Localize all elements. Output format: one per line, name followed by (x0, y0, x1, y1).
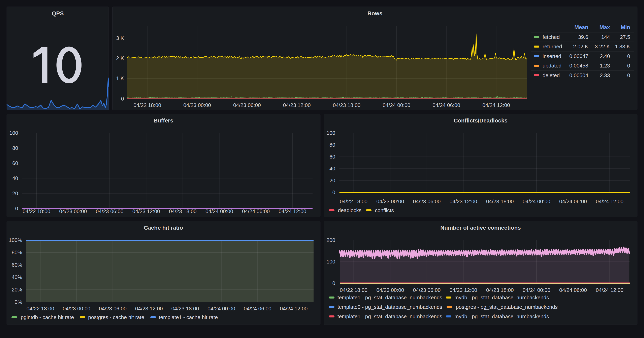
svg-text:20: 20 (12, 190, 18, 196)
svg-text:27.5: 27.5 (620, 34, 630, 40)
svg-text:mydb - pg_stat_database_numbac: mydb - pg_stat_database_numbackends (454, 313, 549, 319)
svg-text:0: 0 (121, 96, 124, 102)
svg-text:04/23 06:00: 04/23 06:00 (413, 287, 440, 293)
svg-text:04/23 12:00: 04/23 12:00 (283, 102, 310, 108)
svg-text:fetched: fetched (542, 34, 560, 40)
svg-text:0: 0 (15, 205, 18, 211)
svg-text:144: 144 (601, 34, 610, 40)
svg-text:Max: Max (599, 24, 610, 31)
svg-text:3.22 K: 3.22 K (595, 44, 610, 50)
svg-text:Rows: Rows (368, 10, 382, 17)
svg-text:04/23 00:00: 04/23 00:00 (183, 102, 211, 108)
svg-text:0: 0 (332, 189, 335, 195)
svg-text:04/22 18:00: 04/22 18:00 (340, 198, 368, 204)
svg-text:100%: 100% (9, 237, 22, 243)
svg-text:template1 - pg_stat_database_n: template1 - pg_stat_database_numbackends (338, 313, 442, 319)
svg-text:conflicts: conflicts (375, 207, 394, 213)
svg-text:80%: 80% (12, 249, 22, 255)
svg-text:returned: returned (542, 44, 562, 50)
svg-text:1.23: 1.23 (600, 63, 610, 69)
svg-text:04/24 00:00: 04/24 00:00 (208, 305, 235, 312)
svg-text:deadlocks: deadlocks (338, 207, 362, 213)
svg-text:04/24 00:00: 04/24 00:00 (523, 198, 550, 204)
svg-text:04/23 18:00: 04/23 18:00 (486, 198, 514, 204)
svg-text:04/24 06:00: 04/24 06:00 (244, 305, 271, 312)
svg-text:QPS: QPS (52, 10, 64, 17)
svg-text:0.00458: 0.00458 (569, 63, 588, 69)
svg-text:200: 200 (327, 237, 335, 243)
svg-text:04/24 00:00: 04/24 00:00 (523, 287, 550, 293)
svg-text:39.6: 39.6 (578, 34, 588, 40)
svg-text:04/24 06:00: 04/24 06:00 (242, 208, 270, 214)
svg-text:04/23 00:00: 04/23 00:00 (376, 287, 404, 293)
svg-text:80: 80 (12, 145, 18, 151)
svg-text:04/24 12:00: 04/24 12:00 (596, 198, 624, 204)
svg-text:04/23 12:00: 04/23 12:00 (450, 198, 477, 204)
svg-text:04/23 06:00: 04/23 06:00 (233, 102, 261, 108)
svg-text:inserted: inserted (542, 53, 561, 59)
svg-text:template0 - pg_stat_database_n: template0 - pg_stat_database_numbackends (338, 304, 442, 310)
svg-text:0.00504: 0.00504 (569, 72, 588, 78)
svg-text:04/23 18:00: 04/23 18:00 (333, 102, 360, 108)
svg-text:2.40: 2.40 (600, 53, 610, 59)
svg-text:Cache hit ratio: Cache hit ratio (144, 225, 183, 231)
svg-text:60: 60 (330, 154, 335, 160)
svg-text:60: 60 (12, 160, 18, 166)
svg-text:40: 40 (12, 175, 18, 181)
svg-text:mydb - pg_stat_database_numbac: mydb - pg_stat_database_numbackends (454, 294, 549, 300)
svg-text:04/22 18:00: 04/22 18:00 (340, 287, 368, 293)
svg-text:04/23 18:00: 04/23 18:00 (486, 287, 514, 293)
svg-text:100: 100 (10, 130, 18, 136)
svg-text:100: 100 (327, 130, 335, 136)
svg-text:pgintdb - cache hit rate: pgintdb - cache hit rate (21, 314, 74, 320)
svg-text:0: 0 (627, 53, 630, 59)
svg-text:04/24 06:00: 04/24 06:00 (559, 287, 587, 293)
svg-text:20: 20 (330, 177, 335, 183)
svg-text:04/23 12:00: 04/23 12:00 (135, 305, 163, 312)
svg-text:04/24 06:00: 04/24 06:00 (559, 198, 587, 204)
svg-text:0.00647: 0.00647 (569, 53, 588, 59)
svg-text:04/23 06:00: 04/23 06:00 (96, 208, 123, 214)
svg-text:2.33: 2.33 (600, 72, 610, 78)
svg-text:04/23 00:00: 04/23 00:00 (376, 198, 404, 204)
svg-text:Buffers: Buffers (154, 117, 173, 124)
svg-text:Min: Min (621, 24, 630, 31)
svg-text:0: 0 (627, 72, 630, 78)
svg-text:80: 80 (330, 142, 335, 148)
svg-text:1.83 K: 1.83 K (615, 44, 630, 50)
svg-text:template1 - cache hit rate: template1 - cache hit rate (159, 314, 218, 320)
svg-text:04/23 12:00: 04/23 12:00 (132, 208, 160, 214)
svg-text:postgres - cache hit rate: postgres - cache hit rate (88, 314, 144, 320)
svg-text:04/24 12:00: 04/24 12:00 (280, 305, 308, 312)
svg-text:04/22 18:00: 04/22 18:00 (26, 305, 54, 312)
svg-text:Mean: Mean (574, 24, 588, 31)
svg-text:04/23 00:00: 04/23 00:00 (59, 208, 87, 214)
svg-text:04/24 12:00: 04/24 12:00 (482, 102, 510, 108)
svg-text:deleted: deleted (542, 72, 560, 78)
svg-text:04/24 00:00: 04/24 00:00 (206, 208, 233, 214)
svg-text:04/24 12:00: 04/24 12:00 (596, 287, 624, 293)
svg-text:04/24 12:00: 04/24 12:00 (279, 208, 306, 214)
svg-text:100: 100 (327, 259, 335, 265)
svg-text:Number of active connections: Number of active connections (440, 225, 521, 231)
svg-text:04/23 18:00: 04/23 18:00 (171, 305, 199, 312)
svg-text:04/23 06:00: 04/23 06:00 (413, 198, 440, 204)
svg-text:0: 0 (627, 63, 630, 69)
svg-text:04/23 18:00: 04/23 18:00 (169, 208, 196, 214)
svg-text:40%: 40% (12, 274, 22, 280)
svg-text:3 K: 3 K (116, 35, 124, 41)
svg-text:04/22 18:00: 04/22 18:00 (23, 208, 50, 214)
svg-text:2 K: 2 K (116, 55, 124, 61)
svg-text:2.02 K: 2.02 K (573, 44, 588, 50)
svg-text:04/23 12:00: 04/23 12:00 (450, 287, 477, 293)
svg-text:1 K: 1 K (116, 75, 124, 81)
svg-text:60%: 60% (12, 262, 22, 268)
svg-text:updated: updated (542, 63, 562, 69)
svg-text:0: 0 (332, 280, 335, 286)
svg-text:0%: 0% (14, 299, 22, 305)
svg-text:20%: 20% (12, 287, 22, 293)
svg-text:Conflicts/Deadlocks: Conflicts/Deadlocks (454, 117, 508, 124)
svg-text:40: 40 (330, 166, 335, 172)
svg-text:postgres - pg_stat_database_nu: postgres - pg_stat_database_numbackends (456, 304, 558, 310)
svg-text:04/23 06:00: 04/23 06:00 (99, 305, 126, 312)
